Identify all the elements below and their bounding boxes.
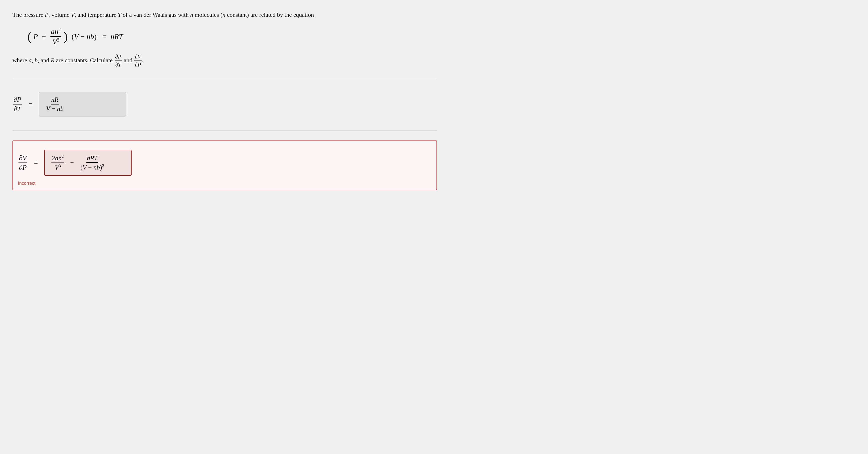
answer2-row: ∂V ∂P = 2an2 V3 − nRT (V − nb)2: [18, 146, 432, 179]
eq-numerator-an2: an2: [51, 27, 61, 37]
divider-2: [12, 130, 437, 131]
left-paren: (: [28, 30, 31, 43]
answer1-rhs-num: nR: [51, 96, 59, 105]
right-paren: ): [64, 30, 68, 43]
answer1-lhs-num: ∂P: [13, 95, 22, 105]
answer2-section: ∂V ∂P = 2an2 V3 − nRT (V − nb)2 Incorrec…: [12, 141, 437, 190]
answer2-rhs-num1: 2an2: [52, 154, 64, 163]
where-clause: where a, b, and R are constants. Calcula…: [12, 54, 437, 68]
partial-P-inline-num: ∂P: [115, 54, 122, 61]
partial-V-inline-num: ∂V: [134, 54, 141, 61]
eq-equals: =: [102, 32, 106, 40]
answer2-lhs-num: ∂V: [19, 154, 27, 163]
answer2-minus: −: [70, 159, 74, 167]
answer2-rhs-fraction1: 2an2 V3: [52, 154, 64, 171]
answer2-rhs-den1: V3: [54, 163, 61, 171]
answer2-lhs-den: ∂P: [19, 163, 27, 171]
answer1-row: ∂P ∂T = nR V − nb: [12, 88, 437, 120]
partial-V-inline-den: ∂P: [134, 61, 141, 68]
eq-denominator-V2: V2: [52, 37, 60, 46]
answer1-lhs-den: ∂T: [13, 105, 22, 113]
partial-V-P-inline: ∂V ∂P: [134, 54, 141, 68]
answer2-equals: =: [34, 159, 38, 167]
eq-V-nb: (V − nb): [71, 32, 96, 40]
answer2-rhs-den2: (V − nb)2: [80, 163, 105, 171]
answer1-equals: =: [28, 100, 32, 108]
eq-fraction-an2-V2: an2 V2: [51, 27, 61, 46]
answer2-lhs: ∂V ∂P: [19, 154, 27, 171]
answer1-lhs: ∂P ∂T: [13, 95, 22, 113]
answer2-input-box[interactable]: 2an2 V3 − nRT (V − nb)2: [44, 150, 132, 175]
page-container: The pressure P, volume V, and temperatur…: [12, 10, 437, 190]
partial-P-T-inline: ∂P ∂T: [115, 54, 122, 68]
answer1-rhs-fraction: nR V − nb: [46, 96, 64, 113]
incorrect-label: Incorrect: [18, 181, 432, 186]
partial-P-inline-den: ∂T: [115, 61, 122, 68]
answer2-rhs-num2: nRT: [86, 154, 98, 163]
main-equation: ( P + an2 V2 ) (V − nb) = nRT: [28, 27, 437, 46]
eq-P: P: [33, 32, 38, 40]
divider-1: [12, 78, 437, 78]
eq-plus: +: [42, 32, 46, 40]
eq-nRT: nRT: [111, 32, 123, 40]
answer1-rhs-den: V − nb: [46, 105, 64, 113]
intro-text: The pressure P, volume V, and temperatur…: [12, 10, 437, 20]
answer2-rhs-fraction2: nRT (V − nb)2: [80, 154, 105, 171]
answer1-input-box[interactable]: nR V − nb: [39, 92, 126, 116]
